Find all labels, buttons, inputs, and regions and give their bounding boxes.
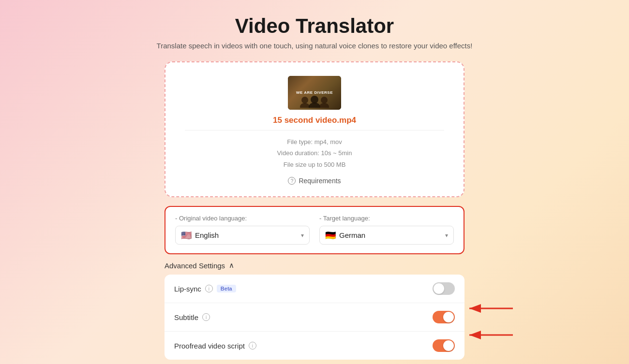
lip-sync-row: Lip-sync i Beta: [165, 275, 464, 303]
page-subtitle: Translate speech in videos with one touc…: [157, 42, 473, 50]
target-language-select-wrapper[interactable]: 🇩🇪 German English Spanish French Chinese…: [319, 226, 454, 245]
svg-point-3: [311, 96, 318, 103]
page-title: Video Translator: [235, 15, 394, 38]
lip-sync-label: Lip-sync: [174, 285, 201, 293]
upload-card[interactable]: WE ARE DIVERSE 15 second video.mp4 File …: [165, 61, 464, 197]
advanced-settings-header[interactable]: Advanced Settings ∧: [165, 261, 464, 270]
requirements-info-icon: ?: [288, 177, 296, 185]
file-info: File type: mp4, mov Video duration: 10s …: [277, 136, 352, 170]
requirements-label: Requirements: [299, 177, 341, 185]
subtitle-info-icon[interactable]: i: [202, 313, 210, 321]
proofread-toggle-knob: [443, 340, 454, 351]
thumbnail-silhouettes: [295, 93, 334, 108]
svg-point-0: [300, 103, 310, 108]
proofread-info-icon[interactable]: i: [249, 342, 256, 349]
divider: [185, 130, 444, 131]
original-language-label: - Original video language:: [175, 215, 310, 222]
advanced-settings-label: Advanced Settings: [165, 262, 225, 270]
subtitle-row: Subtitle i: [165, 303, 464, 332]
lip-sync-left: Lip-sync i Beta: [174, 285, 236, 293]
settings-area: Lip-sync i Beta Subtitle i Proofread vid…: [165, 275, 464, 364]
proofread-row: Proofread video script i: [165, 332, 464, 360]
svg-point-4: [319, 103, 329, 108]
advanced-settings-chevron-icon: ∧: [229, 261, 234, 270]
lip-sync-info-icon[interactable]: i: [205, 285, 213, 292]
lip-sync-toggle[interactable]: [433, 282, 455, 295]
proofread-left: Proofread video script i: [174, 342, 256, 350]
proofread-toggle[interactable]: [433, 339, 455, 352]
subtitle-toggle-knob: [443, 312, 454, 322]
requirements-link[interactable]: ? Requirements: [288, 177, 341, 185]
video-thumbnail: WE ARE DIVERSE: [288, 76, 341, 110]
original-language-select[interactable]: English Spanish French German Chinese Ja…: [175, 226, 310, 245]
original-language-select-wrapper[interactable]: 🇺🇸 English Spanish French German Chinese…: [175, 226, 310, 245]
settings-card: Lip-sync i Beta Subtitle i Proofread vid…: [165, 275, 464, 360]
subtitle-label: Subtitle: [174, 313, 198, 321]
target-language-label: - Target language:: [319, 215, 454, 222]
svg-point-1: [301, 97, 308, 103]
lip-sync-beta-badge: Beta: [217, 285, 236, 292]
svg-point-5: [321, 97, 328, 103]
subtitle-toggle[interactable]: [433, 311, 455, 323]
target-language-group: - Target language: 🇩🇪 German English Spa…: [319, 215, 454, 245]
video-filename: 15 second video.mp4: [273, 116, 356, 125]
proofread-label: Proofread video script: [174, 342, 245, 350]
original-language-group: - Original video language: 🇺🇸 English Sp…: [175, 215, 310, 245]
target-language-select[interactable]: German English Spanish French Chinese Ja…: [319, 226, 454, 245]
arrows-overlay: [464, 299, 518, 357]
subtitle-left: Subtitle i: [174, 313, 210, 321]
language-section: - Original video language: 🇺🇸 English Sp…: [165, 206, 464, 254]
lip-sync-toggle-knob: [434, 283, 444, 294]
